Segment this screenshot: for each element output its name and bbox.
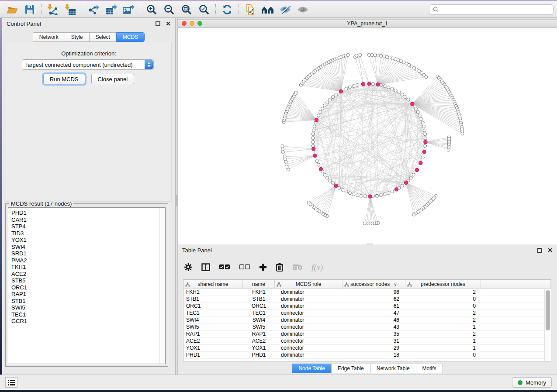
table-row[interactable]: SWI5SWI5connector431	[183, 324, 544, 331]
column-header-MCDS-role[interactable]: MCDS role	[275, 280, 343, 289]
table-cell[interactable]: PHD1	[243, 352, 275, 358]
table-cell[interactable]: connector	[275, 324, 343, 330]
mcds-result-item[interactable]: ACE2	[11, 271, 165, 278]
table-cell[interactable]: 43	[343, 324, 405, 330]
table-cell[interactable]: YOX1	[243, 345, 275, 351]
sort-caret-icon[interactable]: ∨	[394, 282, 397, 287]
table-cell[interactable]: 61	[343, 303, 405, 309]
zoom-selected-button[interactable]	[195, 3, 213, 17]
mcds-result-item[interactable]: SWI5	[11, 304, 165, 311]
table-cell[interactable]: STB1	[183, 296, 243, 303]
table-cell[interactable]: FKH1	[243, 289, 275, 296]
mcds-result-item[interactable]: STP4	[11, 223, 165, 230]
mcds-result-item[interactable]: TEC1	[11, 311, 165, 318]
tab-node-table[interactable]: Node Table	[292, 364, 331, 373]
mcds-result-item[interactable]: FKH1	[11, 264, 165, 271]
clone-network-button[interactable]	[242, 3, 259, 17]
import-table-button[interactable]	[62, 3, 79, 17]
table-cell[interactable]: ORC1	[243, 303, 275, 309]
mcds-result-item[interactable]: STB1	[11, 298, 165, 305]
table-cell[interactable]: 96	[343, 289, 405, 296]
table-cell[interactable]: 29	[343, 345, 405, 351]
table-cell[interactable]: YOX1	[183, 345, 243, 351]
table-cell[interactable]: SWI4	[243, 317, 275, 323]
import-network-button[interactable]	[44, 3, 62, 17]
settings-button[interactable]	[184, 263, 193, 273]
mcds-result-item[interactable]: YOX1	[11, 237, 165, 244]
network-canvas[interactable]	[178, 28, 557, 244]
table-cell[interactable]: 1	[405, 324, 481, 330]
table-row[interactable]: ACE2ACE2connector311	[183, 338, 544, 345]
table-cell[interactable]: 47	[343, 310, 405, 316]
first-neighbors-button[interactable]	[259, 3, 277, 17]
criterion-select[interactable]: largest connected component (undirected)	[22, 59, 154, 70]
close-table-panel-icon[interactable]: ✕	[547, 248, 553, 253]
table-cell[interactable]: dominator	[275, 296, 343, 303]
table-cell[interactable]: ACE2	[243, 338, 275, 344]
table-cell[interactable]: dominator	[275, 331, 343, 337]
table-cell[interactable]: 18	[343, 352, 405, 358]
table-cell[interactable]: dominator	[275, 317, 343, 323]
table-cell[interactable]: 2	[405, 310, 481, 316]
mcds-result-item[interactable]: STB5	[11, 277, 165, 284]
splitter-grip-icon[interactable]	[176, 195, 177, 206]
mcds-result-item[interactable]: TID3	[11, 230, 165, 237]
mcds-result-item[interactable]: SWI4	[11, 244, 165, 251]
table-cell[interactable]: connector	[275, 310, 343, 316]
column-header-name[interactable]: name	[243, 280, 275, 289]
table-scrollbar-thumb[interactable]	[546, 290, 550, 330]
float-table-panel-icon[interactable]	[537, 248, 542, 253]
run-mcds-button[interactable]: Run MCDS	[43, 74, 85, 84]
delete-column-button[interactable]	[276, 263, 284, 273]
show-all-button[interactable]	[294, 3, 311, 17]
table-row[interactable]: SWI4SWI4dominator462	[183, 317, 544, 324]
mcds-result-item[interactable]: RAP1	[11, 291, 165, 298]
tab-style[interactable]: Style	[65, 32, 89, 42]
table-cell[interactable]: dominator	[275, 352, 343, 358]
table-cell[interactable]: RAP1	[243, 331, 275, 337]
table-row[interactable]: YOX1YOX1connector291	[183, 345, 544, 352]
export-table-button[interactable]	[102, 3, 120, 17]
table-cell[interactable]: 31	[343, 338, 405, 344]
table-cell[interactable]: TEC1	[183, 310, 243, 316]
network-titlebar[interactable]: YPA_prune.txt_1	[178, 19, 557, 28]
table-cell[interactable]: 0	[405, 296, 481, 303]
table-cell[interactable]: ORC1	[183, 303, 243, 309]
select-all-button[interactable]	[219, 264, 230, 271]
table-cell[interactable]: connector	[275, 338, 343, 344]
open-file-button[interactable]	[3, 3, 21, 17]
column-header-successor-nodes[interactable]: successor nodes∨	[343, 280, 405, 289]
mcds-list-scrollbar[interactable]	[159, 208, 165, 364]
table-cell[interactable]: RAP1	[183, 331, 243, 337]
deselect-all-button[interactable]	[239, 264, 250, 271]
mcds-result-item[interactable]: CAR1	[11, 217, 165, 224]
tab-network[interactable]: Network	[33, 32, 65, 42]
mcds-result-item[interactable]: ORC1	[11, 284, 165, 291]
table-row[interactable]: STB1STB1dominator620	[183, 296, 544, 303]
table-cell[interactable]: dominator	[275, 303, 343, 309]
table-cell[interactable]: 0	[405, 352, 481, 358]
table-cell[interactable]: connector	[275, 345, 343, 351]
tab-mcds[interactable]: MCDS	[116, 32, 145, 42]
table-cell[interactable]: TEC1	[243, 310, 275, 316]
table-cell[interactable]: SWI5	[243, 324, 275, 330]
table-row[interactable]: TEC1TEC1connector472	[183, 310, 544, 317]
table-cell[interactable]: 62	[343, 296, 405, 303]
table-row[interactable]: FKH1FKH1dominator962	[183, 289, 544, 296]
mcds-result-list[interactable]: PHD1CAR1STP4TID3YOX1SWI4SRD1PMA2FKH1ACE2…	[8, 207, 166, 364]
network-graph[interactable]	[178, 28, 557, 244]
zoom-in-button[interactable]	[143, 3, 160, 17]
split-view-button[interactable]	[201, 263, 210, 272]
task-history-button[interactable]	[5, 377, 17, 388]
table-cell[interactable]: 2	[405, 331, 481, 337]
zoom-out-button[interactable]	[160, 3, 178, 17]
table-cell[interactable]: FKH1	[183, 289, 243, 296]
tab-motifs[interactable]: Motifs	[416, 364, 443, 373]
close-panel-icon[interactable]: ✕	[166, 21, 171, 26]
refresh-network-button[interactable]	[218, 3, 236, 17]
float-panel-icon[interactable]	[156, 21, 160, 26]
table-cell[interactable]: 2	[405, 317, 481, 323]
table-cell[interactable]: 35	[343, 331, 405, 337]
export-network-button[interactable]	[85, 3, 102, 17]
table-cell[interactable]: PHD1	[183, 352, 243, 358]
